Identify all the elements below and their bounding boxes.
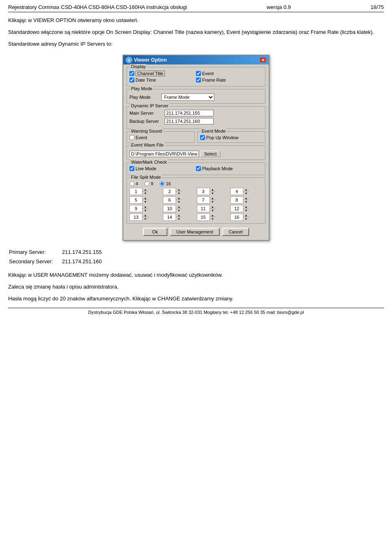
radio-9-label: 9 [151, 181, 153, 186]
backup-server-input[interactable] [165, 118, 214, 124]
version: wersja 0.9 [267, 4, 291, 10]
spinner-12-up[interactable]: ▲ [243, 205, 249, 209]
cancel-button[interactable]: Cancel [222, 228, 249, 236]
radio-9[interactable] [145, 181, 149, 186]
file-split-group: File Split Mode 4 9 16 [127, 178, 265, 224]
spinner-10-input[interactable] [163, 206, 176, 211]
spinner-2-down[interactable]: ▼ [176, 191, 182, 195]
spinner-grid: ▲ ▼ ▲ ▼ [129, 188, 263, 221]
event-mode-title: Event Mode [201, 129, 227, 133]
spinner-14-input[interactable] [163, 215, 176, 220]
spinner-4-down[interactable]: ▼ [243, 191, 249, 195]
spinner-2-input[interactable] [163, 189, 176, 194]
radio-4-item: 4 [129, 181, 138, 186]
spinner-7-up[interactable]: ▲ [210, 196, 216, 200]
spinner-8-up[interactable]: ▲ [243, 196, 249, 200]
spinner-1: ▲ ▼ [129, 188, 148, 195]
spinner-9-input[interactable] [130, 206, 142, 211]
secondary-server-value: 211.174.251.160 [62, 258, 110, 266]
spinner-15-input[interactable] [197, 215, 209, 220]
ok-button[interactable]: Ok [143, 228, 167, 236]
close-button[interactable]: ✕ [260, 57, 266, 63]
play-mode-group: Play Mode Play Mode Frame Mode Field Mod… [127, 89, 265, 104]
play-mode-select[interactable]: Frame Mode Field Mode Normal Mode [161, 93, 214, 101]
spinner-5-down[interactable]: ▼ [143, 200, 148, 204]
spinner-10-up[interactable]: ▲ [176, 205, 182, 209]
spinner-16-down[interactable]: ▼ [243, 217, 249, 221]
primary-server-value: 211.174.251.155 [62, 248, 110, 257]
spinner-9: ▲ ▼ [129, 205, 148, 212]
spinner-1-up[interactable]: ▲ [143, 188, 148, 191]
viewer-option-dialog: ◎ Viewer Option ✕ Display Channel Title [122, 55, 270, 241]
secondary-server-label: Secondary Server: [9, 258, 61, 266]
display-row-1: Channel Title Event [129, 71, 263, 76]
paragraph-6: Hasła mogą liczyć do 20 znaków alfanumer… [8, 295, 384, 303]
spinner-10-down[interactable]: ▼ [176, 209, 182, 212]
spinner-3-input[interactable] [197, 189, 209, 194]
event-mode-group: Event Mode Pop Up Window [197, 131, 265, 143]
spinner-12-down[interactable]: ▼ [243, 209, 249, 212]
spinner-4-input[interactable] [231, 189, 243, 194]
warning-sound-group: Warning Sound Event [127, 131, 195, 143]
spinner-5-up[interactable]: ▲ [143, 196, 148, 200]
spinner-1-down[interactable]: ▼ [143, 191, 148, 195]
channel-title-checkbox[interactable] [129, 71, 134, 76]
spinner-3-down[interactable]: ▼ [210, 191, 216, 195]
event-label: Event [202, 71, 214, 76]
spinner-4-up[interactable]: ▲ [243, 188, 249, 191]
watermark-title: WaterMark Check [130, 160, 168, 164]
spinner-11-up[interactable]: ▲ [210, 205, 216, 209]
select-button[interactable]: Select [200, 151, 220, 157]
spinner-16-up[interactable]: ▲ [243, 213, 249, 217]
bottom-buttons: Ok User Management Cancel [127, 226, 265, 238]
spinner-1-input[interactable] [130, 189, 142, 194]
wave-file-body: Select [129, 149, 263, 157]
spinner-15-down[interactable]: ▼ [210, 217, 216, 221]
wave-file-input[interactable] [129, 151, 199, 157]
frame-rate-label: Frame Rate [202, 78, 226, 82]
event-checkbox[interactable] [196, 71, 201, 76]
titlebar-left: ◎ Viewer Option [126, 57, 167, 63]
spinner-5-input[interactable] [130, 198, 142, 202]
spinner-13-down[interactable]: ▼ [143, 217, 148, 221]
radio-4[interactable] [129, 181, 134, 186]
spinner-10-buttons: ▲ ▼ [176, 205, 182, 212]
spinner-6-up[interactable]: ▲ [176, 196, 182, 200]
spinner-9-up[interactable]: ▲ [143, 205, 148, 209]
spinner-6-down[interactable]: ▼ [176, 200, 182, 204]
user-management-button[interactable]: User Management [170, 228, 220, 236]
spinner-13-up[interactable]: ▲ [143, 213, 148, 217]
spinner-7-input[interactable] [197, 198, 209, 202]
spinner-7-down[interactable]: ▼ [210, 200, 216, 204]
spinner-2-up[interactable]: ▲ [176, 188, 182, 191]
spinner-5-buttons: ▲ ▼ [142, 196, 148, 204]
spinner-15-up[interactable]: ▲ [210, 213, 216, 217]
frame-rate-item: Frame Rate [196, 78, 263, 82]
spinner-14-up[interactable]: ▲ [176, 213, 182, 217]
main-server-input[interactable] [165, 110, 214, 116]
date-time-checkbox[interactable] [129, 78, 134, 82]
spinner-12-input[interactable] [231, 206, 243, 211]
spinner-8-input[interactable] [231, 198, 243, 202]
radio-16[interactable] [160, 181, 165, 186]
spinner-8-down[interactable]: ▼ [243, 200, 249, 204]
page-number: 18/75 [370, 4, 384, 10]
ws-event-checkbox[interactable] [129, 135, 134, 140]
spinner-3-up[interactable]: ▲ [210, 188, 216, 191]
spinner-14-down[interactable]: ▼ [176, 217, 182, 221]
spinner-16-input[interactable] [231, 215, 243, 220]
spinner-13-buttons: ▲ ▼ [142, 213, 148, 221]
primary-server-row: Primary Server: 211.174.251.155 [9, 248, 110, 257]
popup-checkbox[interactable] [200, 135, 205, 140]
ws-event-label: Event [136, 135, 147, 140]
playback-mode-checkbox[interactable] [196, 166, 201, 171]
frame-rate-checkbox[interactable] [196, 78, 201, 82]
dynamic-ip-group: Dynamic IP Server Main Server Backup Ser… [127, 106, 265, 129]
spinner-11-down[interactable]: ▼ [210, 209, 216, 212]
dynamic-ip-body: Main Server Backup Server [129, 110, 263, 124]
spinner-11-input[interactable] [197, 206, 209, 211]
spinner-9-down[interactable]: ▼ [143, 209, 148, 212]
spinner-13-input[interactable] [130, 215, 142, 220]
spinner-6-input[interactable] [163, 198, 176, 202]
live-mode-checkbox[interactable] [129, 166, 134, 171]
